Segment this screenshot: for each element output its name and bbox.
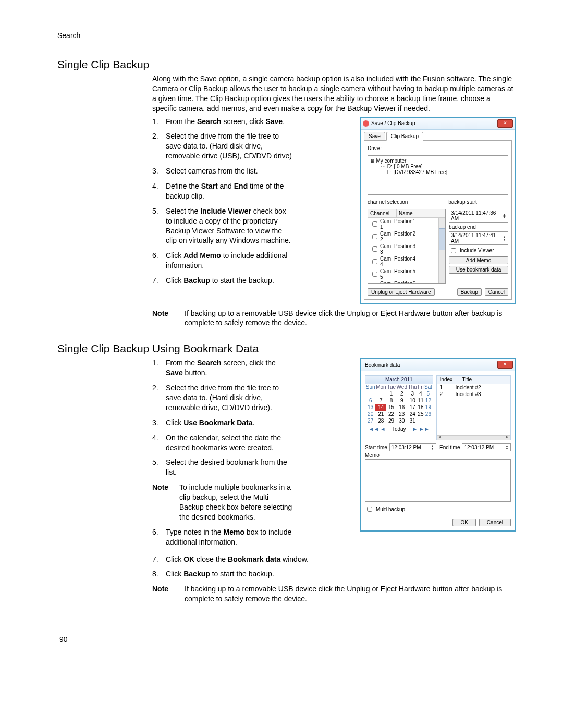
- calendar-prev[interactable]: ◄◄ ◄: [369, 426, 385, 432]
- calendar-next[interactable]: ► ►►: [412, 426, 429, 432]
- memo-textarea[interactable]: [365, 459, 511, 502]
- backup-start-label: backup start: [448, 199, 508, 205]
- bookmark-row[interactable]: 1Incident #2: [437, 384, 510, 391]
- channel-selection-label: channel selection: [368, 199, 445, 205]
- backup-start-field[interactable]: 3/14/2011 11:47:36 AM▲▼: [449, 209, 508, 223]
- bookmark-row[interactable]: 2Incident #3: [437, 391, 510, 398]
- bookmark-list[interactable]: IndexTitle 1Incident #22Incident #3: [436, 375, 511, 440]
- scrollbar[interactable]: [437, 435, 510, 440]
- steps-list-2: 1.From the Search screen, click the Save…: [152, 358, 293, 547]
- close-icon[interactable]: ✕: [497, 119, 513, 128]
- start-time-field[interactable]: 12:03:12 PM▲▼: [389, 443, 436, 451]
- heading-bookmark-backup: Single Clip Backup Using Bookmark Data: [57, 342, 516, 355]
- channel-row[interactable]: Cam 6Position6: [368, 280, 445, 283]
- calendar[interactable]: March 2011 SunMonTueWedThuFriSat12345678…: [365, 375, 433, 440]
- steps-list-2b: 7.Click OK close the Bookmark data windo…: [152, 554, 516, 579]
- unplug-eject-button[interactable]: Unplug or Eject Hardware: [368, 288, 435, 296]
- tree-drive-d[interactable]: D: [ 0 MB Free]: [381, 164, 506, 169]
- channel-row[interactable]: Cam 5Position5: [368, 268, 445, 280]
- steps-list-1: 1.From the Search screen, click Save. 2.…: [152, 117, 293, 286]
- tree-root[interactable]: My computer: [370, 158, 506, 164]
- header-section: Search: [57, 31, 516, 40]
- cancel-button[interactable]: Cancel: [479, 519, 511, 526]
- dialog-title: Bookmark data: [365, 362, 497, 368]
- tree-drive-f[interactable]: F: [DVR 933427 MB Free]: [381, 169, 506, 175]
- memo-label: Memo: [365, 452, 511, 458]
- note-1: Note If backing up to a removable USB de…: [152, 309, 516, 328]
- channel-row[interactable]: Cam 4Position4: [368, 255, 445, 268]
- app-icon: [363, 120, 369, 127]
- use-bookmark-button[interactable]: Use bookmark data: [449, 266, 508, 274]
- drive-tree[interactable]: My computer D: [ 0 MB Free] F: [DVR 9334…: [368, 155, 508, 195]
- end-time-label: End time: [439, 445, 460, 450]
- add-memo-button[interactable]: Add Memo: [449, 256, 508, 264]
- page-number: 90: [59, 635, 516, 644]
- cancel-button[interactable]: Cancel: [485, 288, 508, 296]
- save-clip-backup-dialog: Save / Clip Backup ✕ Save Clip Backup Dr…: [360, 117, 516, 304]
- note-2: Note If backing up to a removable USB de…: [152, 584, 516, 604]
- start-time-label: Start time: [365, 445, 387, 450]
- dialog-title: Save / Clip Backup: [371, 120, 497, 126]
- tab-clip-backup[interactable]: Clip Backup: [386, 132, 423, 141]
- multi-backup-checkbox[interactable]: Multi backup: [365, 505, 511, 513]
- include-viewer-checkbox[interactable]: Include Viewer: [449, 246, 508, 255]
- intro-paragraph: Along with the Save option, a single cam…: [152, 74, 516, 114]
- channel-list[interactable]: ChannelName Cam 1Position1Cam 2Position2…: [368, 209, 446, 284]
- drive-label: Drive :: [368, 145, 383, 151]
- channel-row[interactable]: Cam 1Position1: [368, 218, 445, 230]
- bookmark-data-dialog: Bookmark data ✕ March 2011 SunMonTueWedT…: [360, 358, 516, 532]
- backup-button[interactable]: Backup: [457, 288, 482, 296]
- drive-input[interactable]: [385, 144, 508, 153]
- tab-save[interactable]: Save: [364, 132, 385, 141]
- inline-note: Note To include multiple bookmarks in a …: [152, 483, 293, 522]
- heading-single-clip-backup: Single Clip Backup: [57, 58, 516, 71]
- close-icon[interactable]: ✕: [497, 361, 513, 369]
- end-time-field[interactable]: 12:03:12 PM▲▼: [462, 443, 511, 451]
- channel-row[interactable]: Cam 2Position2: [368, 230, 445, 243]
- backup-end-label: backup end: [449, 224, 508, 230]
- calendar-month: March 2011: [365, 376, 433, 384]
- ok-button[interactable]: OK: [452, 519, 475, 526]
- scrollbar[interactable]: [438, 218, 445, 283]
- channel-row[interactable]: Cam 3Position3: [368, 243, 445, 255]
- backup-end-field[interactable]: 3/14/2011 11:47:41 AM▲▼: [449, 231, 508, 245]
- calendar-today[interactable]: Today: [392, 426, 406, 432]
